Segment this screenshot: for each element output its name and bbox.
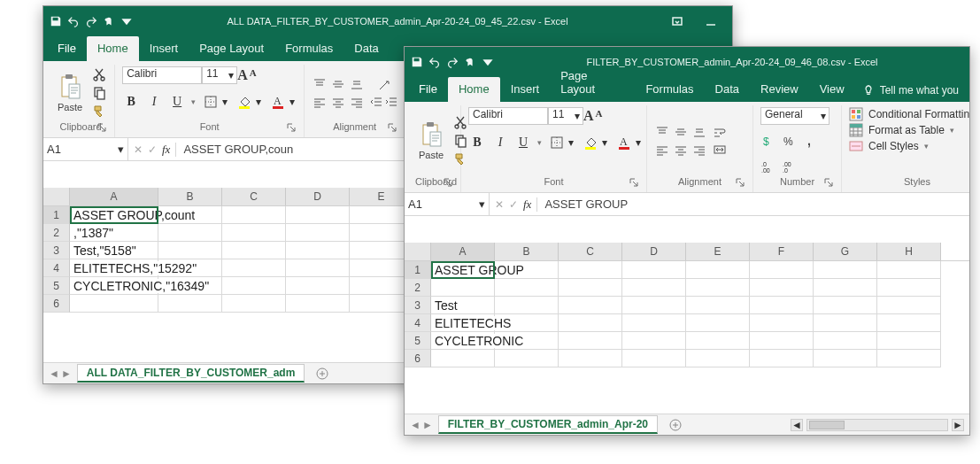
cell[interactable] <box>559 314 622 332</box>
col-header[interactable]: D <box>622 243 686 260</box>
tab-data[interactable]: Data <box>705 77 750 102</box>
font-size-select[interactable]: 11 <box>548 107 583 125</box>
sheet-tab[interactable]: ALL DATA_FILTER_BY_CUSTOMER_adm <box>77 364 305 383</box>
tab-insert[interactable]: Insert <box>500 77 551 102</box>
cell[interactable] <box>495 350 559 367</box>
cell[interactable]: Test <box>431 297 495 314</box>
cell[interactable] <box>431 350 495 367</box>
increase-font-icon[interactable]: A <box>237 67 248 83</box>
cell[interactable] <box>750 279 814 297</box>
italic-button[interactable]: I <box>145 93 163 111</box>
accounting-format-icon[interactable]: $ <box>760 134 776 150</box>
row-header[interactable]: 6 <box>43 295 70 313</box>
cell[interactable] <box>877 279 941 297</box>
align-center-icon[interactable] <box>673 143 689 159</box>
cell[interactable] <box>286 206 350 224</box>
tell-me-search[interactable]: Tell me what you <box>855 79 966 102</box>
cell[interactable] <box>158 295 222 313</box>
col-header[interactable]: B <box>495 243 559 260</box>
redo-icon[interactable] <box>445 55 459 69</box>
cell[interactable] <box>877 261 941 279</box>
copy-icon[interactable] <box>91 85 107 101</box>
col-header[interactable]: A <box>431 243 495 260</box>
redo-icon[interactable] <box>84 14 98 28</box>
align-left-icon[interactable] <box>312 95 328 111</box>
formula-input[interactable]: ASSET GROUP <box>537 193 969 216</box>
cell[interactable] <box>222 277 286 295</box>
cell[interactable]: ,"1387" <box>70 224 158 242</box>
cell[interactable] <box>222 259 286 277</box>
conditional-formatting-button[interactable]: Conditional Formatting▾ <box>849 107 969 121</box>
fx-icon[interactable]: fx <box>523 197 531 212</box>
undo-icon[interactable] <box>428 55 442 69</box>
save-icon[interactable] <box>49 14 63 28</box>
row-header[interactable]: 1 <box>43 206 70 224</box>
cell[interactable] <box>559 261 622 279</box>
cell[interactable] <box>622 279 686 297</box>
cell[interactable] <box>686 332 750 350</box>
col-header[interactable]: C <box>559 243 622 260</box>
paste-button[interactable]: Paste <box>54 72 86 114</box>
cell[interactable] <box>814 332 877 350</box>
scroll-right-icon[interactable]: ► <box>952 419 964 431</box>
col-header[interactable]: A <box>70 188 158 205</box>
align-right-icon[interactable] <box>349 95 365 111</box>
cell[interactable] <box>222 224 286 242</box>
decrease-font-icon[interactable]: A <box>250 67 257 83</box>
tab-formulas[interactable]: Formulas <box>274 36 343 61</box>
next-sheet-icon[interactable]: ► <box>61 367 72 380</box>
fx-icon[interactable]: fx <box>162 143 170 157</box>
cell[interactable] <box>559 350 622 367</box>
dialog-launcher-icon[interactable] <box>823 177 834 188</box>
align-bottom-icon[interactable] <box>349 76 365 92</box>
align-right-icon[interactable] <box>691 143 707 159</box>
decrease-indent-icon[interactable] <box>370 96 382 108</box>
cell[interactable] <box>222 295 286 313</box>
cell[interactable] <box>622 332 686 350</box>
undo-icon[interactable] <box>66 14 81 28</box>
row-header[interactable]: 5 <box>405 332 431 350</box>
number-format-select[interactable]: General <box>760 107 830 125</box>
italic-button[interactable]: I <box>491 134 509 151</box>
cell[interactable] <box>286 277 350 295</box>
fill-color-button[interactable]: ▾ <box>235 93 263 111</box>
col-header[interactable]: H <box>877 243 941 260</box>
save-icon[interactable] <box>410 55 424 69</box>
cell[interactable] <box>158 242 222 259</box>
cell[interactable] <box>222 242 286 259</box>
touch-mode-icon[interactable] <box>102 14 116 28</box>
scroll-track[interactable] <box>806 419 948 431</box>
cell[interactable] <box>286 295 350 313</box>
dialog-launcher-icon[interactable] <box>387 122 397 133</box>
font-name-select[interactable]: Calibri <box>122 66 202 84</box>
prev-sheet-icon[interactable]: ◄ <box>410 419 421 431</box>
col-header[interactable]: D <box>286 188 350 205</box>
select-all-corner[interactable] <box>405 243 431 260</box>
tab-page-layout[interactable]: Page Layout <box>189 36 274 61</box>
format-painter-icon[interactable] <box>91 104 107 120</box>
comma-format-icon[interactable]: , <box>803 134 819 150</box>
cell[interactable]: ELITETECHS,"15292" <box>70 259 158 277</box>
tab-file[interactable]: File <box>408 77 448 102</box>
row-header[interactable]: 4 <box>405 314 431 332</box>
cell[interactable] <box>814 297 877 314</box>
cell[interactable] <box>814 261 877 279</box>
col-header[interactable]: G <box>814 243 877 260</box>
underline-button[interactable]: U <box>514 134 532 151</box>
cell-styles-button[interactable]: Cell Styles▾ <box>849 139 929 153</box>
cell[interactable]: CYCLETRONIC <box>431 332 495 350</box>
cell[interactable] <box>431 279 495 297</box>
font-color-button[interactable]: A▾ <box>614 134 643 151</box>
cell[interactable]: ASSET GROUP,count <box>70 206 158 224</box>
row-header[interactable]: 2 <box>43 224 70 242</box>
orientation-icon[interactable] <box>370 79 397 93</box>
col-header[interactable]: E <box>686 243 750 260</box>
cancel-formula-icon[interactable]: ✕ <box>495 198 504 211</box>
enter-formula-icon[interactable]: ✓ <box>509 198 518 211</box>
font-name-select[interactable]: Calibri <box>468 107 548 125</box>
cell[interactable] <box>750 314 814 332</box>
percent-format-icon[interactable]: % <box>782 134 798 150</box>
cell[interactable] <box>686 314 750 332</box>
cell[interactable] <box>877 332 941 350</box>
font-size-select[interactable]: 11 <box>202 66 237 84</box>
